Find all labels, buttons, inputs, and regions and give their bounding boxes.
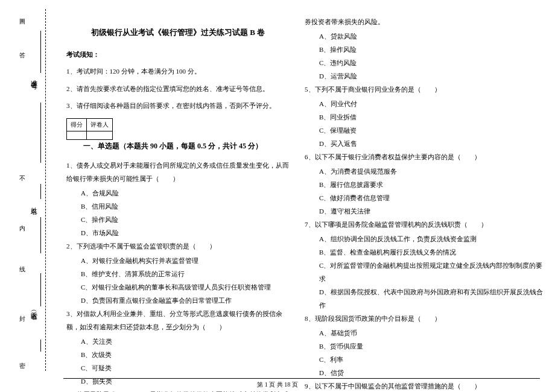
option: B、履行信息披露要求 bbox=[305, 178, 543, 191]
question-continuation: 券投资者带来损失的风险。 bbox=[305, 15, 543, 28]
province-underline bbox=[40, 273, 41, 306]
seal-dashed-line bbox=[45, 9, 46, 371]
option: A、对银行业金融机构实行并表监督管理 bbox=[66, 254, 290, 267]
name-label: 姓名 bbox=[30, 202, 39, 204]
notice-item: 3、请仔细阅读各种题目的回答要求，在密封线内答题，否则不予评分。 bbox=[66, 101, 290, 111]
option: C、操作风险 bbox=[66, 213, 290, 226]
question-text: 5、下列不属于商业银行同业业务的是（ ） bbox=[305, 83, 543, 96]
option: A、组织协调全国的反洗钱工作，负责反洗钱资金监测 bbox=[305, 232, 543, 245]
option: C、违约风险 bbox=[305, 56, 543, 69]
option: C、利率 bbox=[305, 353, 543, 366]
notice-item: 2、请首先按要求在试卷的指定位置填写您的姓名、准考证号等信息。 bbox=[66, 84, 290, 94]
notice-item: 1、考试时间：120 分钟，本卷满分为 100 分。 bbox=[66, 66, 290, 77]
exam-title: 初级银行从业考试《银行管理》过关练习试题 B 卷 bbox=[66, 27, 290, 38]
section-heading: 一、单选题（本题共 90 小题，每题 0.5 分，共计 45 分） bbox=[83, 141, 262, 151]
footer-rule bbox=[63, 378, 540, 379]
option: C、做好消费者信息管理 bbox=[305, 191, 543, 204]
option: C、可疑类 bbox=[66, 361, 290, 375]
option: D、市场风险 bbox=[66, 226, 290, 239]
option: B、监督、检查金融机构履行反洗钱义务的情况 bbox=[305, 245, 543, 259]
admit-underline bbox=[40, 31, 41, 73]
option: D、负责国有重点银行业金融监事会的日常管理工作 bbox=[66, 294, 290, 307]
option: B、次级类 bbox=[66, 348, 290, 361]
column-left: 初级银行从业考试《银行管理》过关练习试题 B 卷 考试须知： 1、考试时间：12… bbox=[66, 27, 290, 392]
option: A、合规风险 bbox=[66, 186, 290, 200]
option: A、基础货币 bbox=[305, 326, 543, 340]
option: B、货币供应量 bbox=[305, 340, 543, 353]
option: B、维护支付、清算系统的正常运行 bbox=[66, 267, 290, 280]
question-text: 2、下列选项中不属于银监会监管职责的是（ ） bbox=[66, 239, 290, 253]
option: D、买入返售 bbox=[305, 137, 543, 150]
option: A、同业代付 bbox=[305, 97, 543, 110]
admit-number-label: 准考证号 bbox=[30, 74, 39, 79]
option: B、信用风险 bbox=[66, 200, 290, 213]
option: C、保理融资 bbox=[305, 124, 543, 137]
binding-margin: 圖 答 准考证号 不 姓名 内 线 省（市区） 封 密 bbox=[3, 9, 51, 368]
option: D、根据国务院授权、代表中国政府与外国政府和有关国际组织开展反洗钱合作 bbox=[305, 285, 543, 312]
grader-cell bbox=[87, 131, 113, 139]
column-right: 券投资者带来损失的风险。 A、贷款风险 B、操作风险 C、违约风险 D、运营风险… bbox=[305, 15, 543, 392]
option: C、对银行业金融机构的董事长和高级管理人员实行任职资格管理 bbox=[66, 280, 290, 294]
score-cell bbox=[67, 131, 87, 139]
name-underline2 bbox=[40, 217, 41, 253]
option: D、遵守相关法律 bbox=[305, 204, 543, 218]
option: B、同业拆借 bbox=[305, 110, 543, 124]
score-section-row: 得分评卷人 一、单选题（本题共 90 小题，每题 0.5 分，共计 45 分） bbox=[66, 118, 290, 151]
score-table: 得分评卷人 bbox=[66, 118, 113, 140]
question-text: 6、以下不属于银行业消费者权益保护主要内容的是（ ） bbox=[305, 150, 543, 163]
admit-underline2 bbox=[40, 103, 41, 163]
option: A、贷款风险 bbox=[305, 30, 543, 43]
name-underline bbox=[40, 184, 41, 199]
question-text: 3、对借款人利用企业兼并、重组、分立等形式恶意逃废银行债务的授信余额，如没有逾期… bbox=[66, 307, 290, 334]
question-text: 8、现阶段我国货币政策的中介目标是（ ） bbox=[305, 312, 543, 325]
question-text: 1、债务人或交易对手未能履行合同所规定的义务或信任质量发生变化，从而给银行带来损… bbox=[66, 159, 290, 185]
score-label: 得分 bbox=[67, 118, 87, 131]
option: B、操作风险 bbox=[305, 43, 543, 56]
page-footer: 第 1 页 共 18 页 bbox=[0, 381, 555, 389]
option: D、运营风险 bbox=[305, 69, 543, 83]
notice-heading: 考试须知： bbox=[66, 50, 290, 59]
province-underline2 bbox=[40, 340, 41, 352]
option: C、对所监督管理的金融机构提出按照规定建立健全反洗钱内部控制制度的要求 bbox=[305, 259, 543, 285]
option: A、为消费者提供规范服务 bbox=[305, 165, 543, 178]
question-text: 7、以下哪项是国务院金融监督管理机构的反洗钱职责（ ） bbox=[305, 218, 543, 231]
grader-label: 评卷人 bbox=[87, 118, 113, 131]
option: D、信贷 bbox=[305, 366, 543, 379]
option: A、关注类 bbox=[66, 335, 290, 348]
